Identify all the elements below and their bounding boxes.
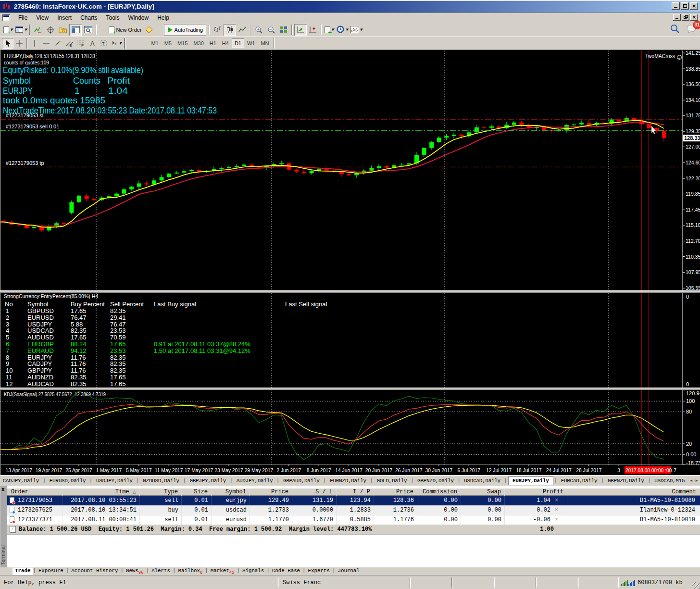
terminal-tab-news[interactable]: News96 bbox=[124, 567, 146, 575]
column-header-order[interactable]: Order bbox=[7, 489, 59, 495]
indicators-window-button[interactable] bbox=[294, 24, 307, 36]
candlestick-chart-button[interactable] bbox=[224, 24, 236, 36]
new-chart-button[interactable]: +▼ bbox=[2, 24, 14, 36]
trendline-tool-button[interactable] bbox=[52, 38, 63, 49]
chart-tab-eurjpy-daily[interactable]: EURJPY,Daily bbox=[508, 476, 553, 485]
timeframe-m5[interactable]: M5 bbox=[162, 38, 175, 48]
chart-window-icon[interactable] bbox=[2, 14, 10, 21]
terminal-tab-account-history[interactable]: Account History bbox=[69, 567, 120, 575]
chart-tab-eurcad-daily[interactable]: EURCAD,Daily bbox=[558, 476, 600, 485]
profiles-button[interactable]: ▼ bbox=[14, 24, 28, 36]
timeframe-m15[interactable]: M15 bbox=[175, 38, 190, 48]
column-header-time[interactable]: Time △ bbox=[63, 489, 136, 495]
column-header-type[interactable]: Type bbox=[140, 489, 178, 495]
chart-area[interactable]: #1273179053 sl#1273179053 sell 0.01#1273… bbox=[0, 50, 700, 475]
text-tool-button[interactable]: A bbox=[87, 38, 98, 49]
terminal-close-icon[interactable]: x bbox=[1, 487, 4, 492]
vertical-line-tool-button[interactable] bbox=[29, 38, 40, 49]
timeframe-h4[interactable]: H4 bbox=[219, 38, 232, 48]
chart-tab-gbpnzd-daily[interactable]: GBPNZD,Daily bbox=[605, 476, 647, 485]
timeframe-mn[interactable]: MN bbox=[258, 38, 272, 48]
menu-window[interactable]: Window bbox=[124, 13, 153, 22]
column-header-price[interactable]: Price bbox=[374, 489, 413, 495]
tile-windows-button[interactable] bbox=[277, 24, 290, 36]
column-header-s-l[interactable]: S / L bbox=[292, 489, 333, 495]
balance-row[interactable]: ↑Balance: 1 500.26 USD Equity: 1 501.26 … bbox=[7, 525, 700, 535]
expert-advisors-button[interactable] bbox=[143, 24, 155, 36]
child-restore-button[interactable] bbox=[682, 14, 689, 21]
column-header-size[interactable]: Size bbox=[182, 489, 208, 495]
terminal-tab-mailbox[interactable]: Mailbox8 bbox=[176, 567, 205, 575]
terminal-tab-signals[interactable]: Signals bbox=[240, 567, 266, 575]
search-icon[interactable] bbox=[670, 24, 680, 36]
periods-button[interactable]: ▼ bbox=[336, 24, 349, 36]
menu-view[interactable]: View bbox=[32, 13, 53, 22]
close-order-icon[interactable]: × bbox=[555, 505, 566, 515]
chart-tab-usdjpy-daily[interactable]: USDJPY,Daily bbox=[93, 476, 135, 485]
menu-insert[interactable]: Insert bbox=[53, 13, 76, 22]
column-header-symbol[interactable]: Symbol bbox=[212, 489, 246, 495]
period-separators-button[interactable] bbox=[307, 24, 319, 36]
order-row[interactable]: 12733773712017.08.11 00:00:41sell0.01eur… bbox=[7, 515, 700, 525]
column-header-profit[interactable]: Profit bbox=[505, 489, 563, 495]
shapes-tool-button[interactable]: ▼ bbox=[110, 38, 123, 49]
chart-tab-cadjpy-daily[interactable]: CADJPY,Daily bbox=[0, 476, 42, 485]
terminal-tab-experts[interactable]: Experts bbox=[306, 567, 332, 575]
arrows-tool-button[interactable]: T bbox=[98, 38, 110, 49]
chart-tab-eurnzd-daily[interactable]: EURNZD,Daily bbox=[327, 476, 369, 485]
notifications-icon[interactable]: 31 bbox=[687, 25, 697, 35]
close-order-icon[interactable]: × bbox=[555, 496, 566, 505]
bar-chart-button[interactable] bbox=[211, 24, 224, 36]
tick-chart-button[interactable] bbox=[32, 24, 44, 36]
tabs-scroll-right[interactable]: ► bbox=[694, 477, 699, 484]
terminal-tab-trade[interactable]: Trade bbox=[12, 567, 33, 575]
resize-grip[interactable] bbox=[692, 582, 700, 589]
timeframe-m1[interactable]: M1 bbox=[148, 38, 161, 48]
close-order-icon[interactable]: × bbox=[555, 515, 566, 525]
chart-tab-usdcad-m15[interactable]: USDCAD,M15 bbox=[652, 476, 688, 485]
chart-tab-audjpy-daily[interactable]: AUDJPY,Daily bbox=[234, 476, 275, 485]
terminal-tab-exposure[interactable]: Exposure bbox=[36, 567, 66, 575]
autotrading-button[interactable]: AutoTrading bbox=[164, 24, 207, 36]
timeframe-h1[interactable]: H1 bbox=[207, 38, 219, 48]
terminal-tab-code-base[interactable]: Code Base bbox=[270, 567, 302, 575]
menu-charts[interactable]: Charts bbox=[76, 13, 101, 22]
channel-tool-button[interactable]: E bbox=[63, 38, 75, 49]
chart-tab-gbpaud-daily[interactable]: GBPAUD,Daily bbox=[280, 476, 322, 485]
menu-help[interactable]: Help bbox=[153, 13, 174, 22]
child-close-button[interactable]: × bbox=[690, 14, 698, 21]
chart-tab-eurusd-daily[interactable]: EURUSD,Daily bbox=[47, 476, 88, 485]
chart-tab-gold-daily[interactable]: GOLD,Daily bbox=[374, 476, 410, 485]
market-watch-button[interactable] bbox=[69, 24, 82, 36]
close-button[interactable]: × bbox=[690, 2, 698, 10]
column-header-t-p[interactable]: T / P bbox=[337, 489, 370, 495]
column-header-swap[interactable]: Swap bbox=[461, 489, 501, 495]
chart-tab-gbpnzd-daily[interactable]: GBPNZD,Daily bbox=[415, 476, 457, 485]
new-order-button[interactable]: +New Order bbox=[108, 24, 142, 36]
chart-tab-usdcad-daily[interactable]: USDCAD,Daily bbox=[462, 476, 503, 485]
zoom-out-button[interactable] bbox=[265, 24, 277, 36]
line-chart-button[interactable] bbox=[236, 24, 249, 36]
horizontal-line-tool-button[interactable] bbox=[40, 38, 52, 49]
terminal-tab-journal[interactable]: Journal bbox=[335, 567, 362, 575]
zoom-in-button[interactable] bbox=[252, 24, 265, 36]
column-header-commission[interactable]: Commission bbox=[417, 489, 457, 495]
terminal-tab-alerts[interactable]: Alerts bbox=[149, 567, 173, 575]
minimize-button[interactable] bbox=[672, 2, 680, 10]
maximize-button[interactable] bbox=[681, 2, 689, 10]
chart-tab-gbpjpy-daily[interactable]: GBPJPY,Daily bbox=[187, 476, 229, 485]
cursor-tool-button[interactable] bbox=[2, 38, 13, 49]
menu-tools[interactable]: Tools bbox=[102, 13, 124, 22]
order-row[interactable]: 12731790532017.08.10 03:55:23sell0.01eur… bbox=[7, 496, 700, 505]
smiley-icon[interactable]: ☺ bbox=[675, 53, 683, 61]
navigator-button[interactable] bbox=[82, 24, 94, 36]
crosshair-button[interactable] bbox=[44, 24, 57, 36]
timeframe-w1[interactable]: W1 bbox=[244, 38, 258, 48]
fibonacci-tool-button[interactable]: F bbox=[75, 38, 87, 49]
menu-file[interactable]: File bbox=[14, 13, 32, 22]
add-indicator-button[interactable]: +▼ bbox=[323, 24, 336, 36]
timeframe-d1[interactable]: D1 bbox=[232, 38, 244, 48]
order-row[interactable]: 12732676252017.08.10 13:34:51buy0.01usdc… bbox=[7, 505, 700, 515]
templates-button[interactable]: ▼ bbox=[350, 24, 363, 36]
terminal-tab-market[interactable]: Market41 bbox=[208, 567, 237, 575]
